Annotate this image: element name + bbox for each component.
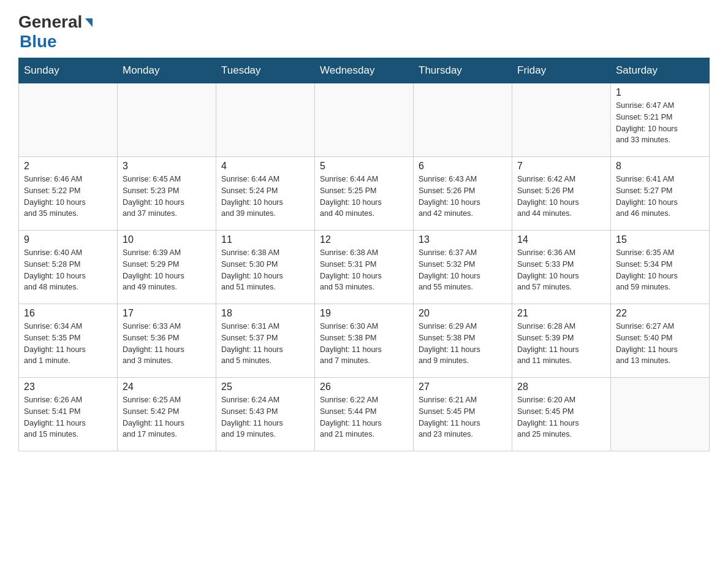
day-number: 24 [123, 381, 211, 393]
day-number: 1 [616, 87, 704, 98]
calendar-cell: 1Sunrise: 6:47 AM Sunset: 5:21 PM Daylig… [611, 83, 710, 157]
day-number: 26 [320, 381, 408, 393]
day-info: Sunrise: 6:45 AM Sunset: 5:23 PM Dayligh… [123, 174, 211, 220]
calendar-cell: 23Sunrise: 6:26 AM Sunset: 5:41 PM Dayli… [19, 378, 118, 451]
calendar-header-thursday: Thursday [414, 58, 512, 83]
day-number: 7 [517, 161, 605, 172]
calendar-cell: 4Sunrise: 6:44 AM Sunset: 5:24 PM Daylig… [216, 157, 315, 231]
day-number: 21 [517, 308, 605, 319]
day-info: Sunrise: 6:35 AM Sunset: 5:34 PM Dayligh… [616, 247, 704, 293]
day-number: 15 [616, 234, 704, 245]
calendar-cell: 28Sunrise: 6:20 AM Sunset: 5:45 PM Dayli… [512, 378, 611, 451]
day-number: 9 [24, 234, 112, 245]
day-number: 28 [517, 381, 605, 393]
day-info: Sunrise: 6:29 AM Sunset: 5:38 PM Dayligh… [419, 321, 507, 367]
day-number: 11 [221, 234, 309, 245]
day-info: Sunrise: 6:39 AM Sunset: 5:29 PM Dayligh… [123, 247, 211, 293]
day-info: Sunrise: 6:38 AM Sunset: 5:31 PM Dayligh… [320, 247, 408, 293]
calendar-header-wednesday: Wednesday [315, 58, 414, 83]
calendar-cell: 18Sunrise: 6:31 AM Sunset: 5:37 PM Dayli… [216, 304, 315, 378]
day-info: Sunrise: 6:40 AM Sunset: 5:28 PM Dayligh… [24, 247, 112, 293]
calendar-cell [414, 83, 512, 157]
day-info: Sunrise: 6:27 AM Sunset: 5:40 PM Dayligh… [616, 321, 704, 367]
day-number: 10 [123, 234, 211, 245]
day-info: Sunrise: 6:37 AM Sunset: 5:32 PM Dayligh… [419, 247, 507, 293]
day-info: Sunrise: 6:22 AM Sunset: 5:44 PM Dayligh… [320, 394, 408, 440]
day-info: Sunrise: 6:31 AM Sunset: 5:37 PM Dayligh… [221, 321, 309, 367]
calendar-cell: 15Sunrise: 6:35 AM Sunset: 5:34 PM Dayli… [611, 231, 710, 304]
calendar-cell: 6Sunrise: 6:43 AM Sunset: 5:26 PM Daylig… [414, 157, 512, 231]
day-number: 13 [419, 234, 507, 245]
week-row-2: 2Sunrise: 6:46 AM Sunset: 5:22 PM Daylig… [19, 157, 710, 231]
day-number: 8 [616, 161, 704, 172]
logo-blue-text: Blue [20, 32, 57, 52]
calendar-cell [315, 83, 414, 157]
day-number: 16 [24, 308, 112, 319]
day-info: Sunrise: 6:34 AM Sunset: 5:35 PM Dayligh… [24, 321, 112, 367]
week-row-1: 1Sunrise: 6:47 AM Sunset: 5:21 PM Daylig… [19, 83, 710, 157]
day-info: Sunrise: 6:25 AM Sunset: 5:42 PM Dayligh… [123, 394, 211, 440]
day-number: 2 [24, 161, 112, 172]
calendar-cell: 17Sunrise: 6:33 AM Sunset: 5:36 PM Dayli… [118, 304, 216, 378]
calendar-cell: 9Sunrise: 6:40 AM Sunset: 5:28 PM Daylig… [19, 231, 118, 304]
day-number: 18 [221, 308, 309, 319]
day-info: Sunrise: 6:28 AM Sunset: 5:39 PM Dayligh… [517, 321, 605, 367]
calendar-cell: 5Sunrise: 6:44 AM Sunset: 5:25 PM Daylig… [315, 157, 414, 231]
day-number: 25 [221, 381, 309, 393]
logo-general-text: General [18, 12, 82, 32]
logo-arrow-icon [85, 18, 93, 27]
day-info: Sunrise: 6:33 AM Sunset: 5:36 PM Dayligh… [123, 321, 211, 367]
day-info: Sunrise: 6:26 AM Sunset: 5:41 PM Dayligh… [24, 394, 112, 440]
day-number: 20 [419, 308, 507, 319]
calendar-header-saturday: Saturday [611, 58, 710, 83]
calendar-cell: 16Sunrise: 6:34 AM Sunset: 5:35 PM Dayli… [19, 304, 118, 378]
page-header: General Blue [18, 12, 710, 52]
calendar-cell: 24Sunrise: 6:25 AM Sunset: 5:42 PM Dayli… [118, 378, 216, 451]
calendar-cell: 11Sunrise: 6:38 AM Sunset: 5:30 PM Dayli… [216, 231, 315, 304]
calendar-cell: 21Sunrise: 6:28 AM Sunset: 5:39 PM Dayli… [512, 304, 611, 378]
day-number: 4 [221, 161, 309, 172]
day-info: Sunrise: 6:44 AM Sunset: 5:25 PM Dayligh… [320, 174, 408, 220]
logo-text: General [18, 12, 93, 32]
day-info: Sunrise: 6:38 AM Sunset: 5:30 PM Dayligh… [221, 247, 309, 293]
calendar-cell: 19Sunrise: 6:30 AM Sunset: 5:38 PM Dayli… [315, 304, 414, 378]
logo: General Blue [18, 12, 93, 52]
day-number: 17 [123, 308, 211, 319]
day-number: 19 [320, 308, 408, 319]
day-info: Sunrise: 6:24 AM Sunset: 5:43 PM Dayligh… [221, 394, 309, 440]
day-info: Sunrise: 6:36 AM Sunset: 5:33 PM Dayligh… [517, 247, 605, 293]
calendar-header-tuesday: Tuesday [216, 58, 315, 83]
calendar-cell: 8Sunrise: 6:41 AM Sunset: 5:27 PM Daylig… [611, 157, 710, 231]
day-info: Sunrise: 6:42 AM Sunset: 5:26 PM Dayligh… [517, 174, 605, 220]
calendar-cell: 7Sunrise: 6:42 AM Sunset: 5:26 PM Daylig… [512, 157, 611, 231]
day-info: Sunrise: 6:41 AM Sunset: 5:27 PM Dayligh… [616, 174, 704, 220]
day-number: 12 [320, 234, 408, 245]
calendar-cell: 27Sunrise: 6:21 AM Sunset: 5:45 PM Dayli… [414, 378, 512, 451]
day-info: Sunrise: 6:44 AM Sunset: 5:24 PM Dayligh… [221, 174, 309, 220]
day-info: Sunrise: 6:47 AM Sunset: 5:21 PM Dayligh… [616, 100, 704, 146]
day-number: 22 [616, 308, 704, 319]
day-number: 27 [419, 381, 507, 393]
day-info: Sunrise: 6:46 AM Sunset: 5:22 PM Dayligh… [24, 174, 112, 220]
calendar-header-friday: Friday [512, 58, 611, 83]
calendar-cell: 12Sunrise: 6:38 AM Sunset: 5:31 PM Dayli… [315, 231, 414, 304]
calendar-cell: 25Sunrise: 6:24 AM Sunset: 5:43 PM Dayli… [216, 378, 315, 451]
calendar-cell [611, 378, 710, 451]
calendar-cell: 26Sunrise: 6:22 AM Sunset: 5:44 PM Dayli… [315, 378, 414, 451]
calendar-cell: 3Sunrise: 6:45 AM Sunset: 5:23 PM Daylig… [118, 157, 216, 231]
day-number: 14 [517, 234, 605, 245]
calendar-cell [216, 83, 315, 157]
calendar-cell [19, 83, 118, 157]
calendar-cell: 10Sunrise: 6:39 AM Sunset: 5:29 PM Dayli… [118, 231, 216, 304]
week-row-5: 23Sunrise: 6:26 AM Sunset: 5:41 PM Dayli… [19, 378, 710, 451]
day-number: 23 [24, 381, 112, 393]
day-number: 5 [320, 161, 408, 172]
calendar-cell: 14Sunrise: 6:36 AM Sunset: 5:33 PM Dayli… [512, 231, 611, 304]
day-number: 3 [123, 161, 211, 172]
calendar-cell: 2Sunrise: 6:46 AM Sunset: 5:22 PM Daylig… [19, 157, 118, 231]
calendar-cell [118, 83, 216, 157]
day-info: Sunrise: 6:30 AM Sunset: 5:38 PM Dayligh… [320, 321, 408, 367]
calendar-table: SundayMondayTuesdayWednesdayThursdayFrid… [18, 58, 710, 451]
week-row-4: 16Sunrise: 6:34 AM Sunset: 5:35 PM Dayli… [19, 304, 710, 378]
calendar-cell: 20Sunrise: 6:29 AM Sunset: 5:38 PM Dayli… [414, 304, 512, 378]
